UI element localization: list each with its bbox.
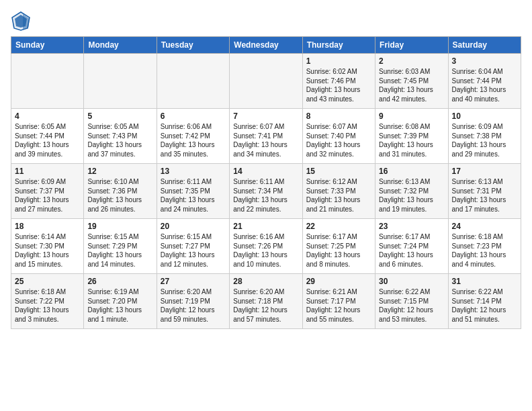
day-content: Sunrise: 6:21 AM Sunset: 7:17 PM Dayligh…	[306, 287, 371, 324]
day-number: 22	[306, 222, 371, 231]
day-content: Sunrise: 6:05 AM Sunset: 7:43 PM Dayligh…	[87, 122, 152, 158]
day-content: Sunrise: 6:14 AM Sunset: 7:30 PM Dayligh…	[15, 232, 80, 269]
day-number: 21	[233, 222, 298, 231]
day-content: Sunrise: 6:20 AM Sunset: 7:19 PM Dayligh…	[161, 287, 226, 324]
day-number: 9	[379, 111, 444, 121]
calendar-cell	[11, 54, 84, 109]
day-content: Sunrise: 6:17 AM Sunset: 7:25 PM Dayligh…	[306, 232, 371, 269]
day-content: Sunrise: 6:05 AM Sunset: 7:44 PM Dayligh…	[15, 122, 80, 158]
day-number: 7	[233, 111, 298, 121]
day-content: Sunrise: 6:18 AM Sunset: 7:23 PM Dayligh…	[452, 232, 517, 269]
day-content: Sunrise: 6:08 AM Sunset: 7:39 PM Dayligh…	[379, 122, 444, 158]
calendar-cell: 5Sunrise: 6:05 AM Sunset: 7:43 PM Daylig…	[84, 109, 157, 164]
day-number: 24	[452, 222, 517, 231]
day-header-sunday: Sunday	[11, 37, 84, 54]
day-content: Sunrise: 6:02 AM Sunset: 7:46 PM Dayligh…	[306, 67, 371, 103]
calendar-cell: 26Sunrise: 6:19 AM Sunset: 7:20 PM Dayli…	[84, 274, 157, 329]
day-content: Sunrise: 6:17 AM Sunset: 7:24 PM Dayligh…	[379, 232, 444, 269]
day-content: Sunrise: 6:19 AM Sunset: 7:20 PM Dayligh…	[87, 287, 152, 324]
calendar-cell: 4Sunrise: 6:05 AM Sunset: 7:44 PM Daylig…	[11, 109, 84, 164]
day-content: Sunrise: 6:09 AM Sunset: 7:37 PM Dayligh…	[15, 177, 80, 214]
day-content: Sunrise: 6:09 AM Sunset: 7:38 PM Dayligh…	[452, 122, 517, 158]
day-content: Sunrise: 6:04 AM Sunset: 7:44 PM Dayligh…	[452, 67, 517, 103]
day-number: 17	[452, 167, 517, 176]
calendar-header-row: SundayMondayTuesdayWednesdayThursdayFrid…	[11, 37, 521, 54]
calendar-cell: 10Sunrise: 6:09 AM Sunset: 7:38 PM Dayli…	[448, 109, 521, 164]
page-header	[11, 11, 521, 31]
calendar-cell	[230, 54, 302, 109]
day-content: Sunrise: 6:07 AM Sunset: 7:40 PM Dayligh…	[306, 122, 371, 158]
calendar-week-row: 25Sunrise: 6:18 AM Sunset: 7:22 PM Dayli…	[11, 274, 521, 329]
day-number: 23	[379, 222, 444, 231]
day-number: 28	[233, 277, 298, 286]
calendar-cell: 19Sunrise: 6:15 AM Sunset: 7:29 PM Dayli…	[84, 219, 157, 274]
calendar-cell: 14Sunrise: 6:11 AM Sunset: 7:34 PM Dayli…	[230, 164, 302, 219]
day-number: 13	[161, 167, 226, 176]
calendar-week-row: 1Sunrise: 6:02 AM Sunset: 7:46 PM Daylig…	[11, 54, 521, 109]
day-content: Sunrise: 6:07 AM Sunset: 7:41 PM Dayligh…	[233, 122, 298, 158]
calendar-cell: 28Sunrise: 6:20 AM Sunset: 7:18 PM Dayli…	[230, 274, 302, 329]
day-content: Sunrise: 6:11 AM Sunset: 7:34 PM Dayligh…	[233, 177, 298, 214]
day-number: 30	[379, 277, 444, 286]
calendar-cell: 8Sunrise: 6:07 AM Sunset: 7:40 PM Daylig…	[302, 109, 375, 164]
calendar-cell: 13Sunrise: 6:11 AM Sunset: 7:35 PM Dayli…	[157, 164, 229, 219]
day-number: 29	[306, 277, 371, 286]
calendar-cell: 25Sunrise: 6:18 AM Sunset: 7:22 PM Dayli…	[11, 274, 84, 329]
day-number: 19	[87, 222, 152, 231]
calendar-week-row: 11Sunrise: 6:09 AM Sunset: 7:37 PM Dayli…	[11, 164, 521, 219]
day-number: 11	[15, 167, 80, 176]
logo	[11, 11, 34, 31]
calendar-week-row: 4Sunrise: 6:05 AM Sunset: 7:44 PM Daylig…	[11, 109, 521, 164]
day-header-tuesday: Tuesday	[157, 37, 229, 54]
calendar-cell: 7Sunrise: 6:07 AM Sunset: 7:41 PM Daylig…	[230, 109, 302, 164]
day-content: Sunrise: 6:18 AM Sunset: 7:22 PM Dayligh…	[15, 287, 80, 324]
calendar-cell	[157, 54, 229, 109]
day-number: 20	[161, 222, 226, 231]
calendar-cell: 31Sunrise: 6:22 AM Sunset: 7:14 PM Dayli…	[448, 274, 521, 329]
calendar-cell: 16Sunrise: 6:13 AM Sunset: 7:32 PM Dayli…	[375, 164, 448, 219]
day-content: Sunrise: 6:20 AM Sunset: 7:18 PM Dayligh…	[233, 287, 298, 324]
day-number: 15	[306, 167, 371, 176]
day-content: Sunrise: 6:03 AM Sunset: 7:45 PM Dayligh…	[379, 67, 444, 103]
day-header-thursday: Thursday	[302, 37, 375, 54]
day-content: Sunrise: 6:13 AM Sunset: 7:32 PM Dayligh…	[379, 177, 444, 214]
day-number: 1	[306, 56, 371, 66]
day-content: Sunrise: 6:10 AM Sunset: 7:36 PM Dayligh…	[87, 177, 152, 214]
day-header-friday: Friday	[375, 37, 448, 54]
day-content: Sunrise: 6:11 AM Sunset: 7:35 PM Dayligh…	[161, 177, 226, 214]
calendar-cell: 18Sunrise: 6:14 AM Sunset: 7:30 PM Dayli…	[11, 219, 84, 274]
calendar-cell: 29Sunrise: 6:21 AM Sunset: 7:17 PM Dayli…	[302, 274, 375, 329]
calendar-cell: 21Sunrise: 6:16 AM Sunset: 7:26 PM Dayli…	[230, 219, 302, 274]
day-content: Sunrise: 6:12 AM Sunset: 7:33 PM Dayligh…	[306, 177, 371, 214]
day-number: 31	[452, 277, 517, 286]
calendar-cell: 9Sunrise: 6:08 AM Sunset: 7:39 PM Daylig…	[375, 109, 448, 164]
day-number: 4	[15, 111, 80, 121]
calendar-cell: 2Sunrise: 6:03 AM Sunset: 7:45 PM Daylig…	[375, 54, 448, 109]
calendar-cell: 3Sunrise: 6:04 AM Sunset: 7:44 PM Daylig…	[448, 54, 521, 109]
day-number: 10	[452, 111, 517, 121]
day-number: 26	[87, 277, 152, 286]
day-number: 12	[87, 167, 152, 176]
calendar-cell: 11Sunrise: 6:09 AM Sunset: 7:37 PM Dayli…	[11, 164, 84, 219]
day-number: 16	[379, 167, 444, 176]
day-content: Sunrise: 6:22 AM Sunset: 7:14 PM Dayligh…	[452, 287, 517, 324]
day-number: 14	[233, 167, 298, 176]
day-content: Sunrise: 6:15 AM Sunset: 7:29 PM Dayligh…	[87, 232, 152, 269]
day-content: Sunrise: 6:16 AM Sunset: 7:26 PM Dayligh…	[233, 232, 298, 269]
calendar-week-row: 18Sunrise: 6:14 AM Sunset: 7:30 PM Dayli…	[11, 219, 521, 274]
day-content: Sunrise: 6:13 AM Sunset: 7:31 PM Dayligh…	[452, 177, 517, 214]
calendar-cell: 23Sunrise: 6:17 AM Sunset: 7:24 PM Dayli…	[375, 219, 448, 274]
calendar-cell: 12Sunrise: 6:10 AM Sunset: 7:36 PM Dayli…	[84, 164, 157, 219]
calendar-cell: 24Sunrise: 6:18 AM Sunset: 7:23 PM Dayli…	[448, 219, 521, 274]
day-content: Sunrise: 6:15 AM Sunset: 7:27 PM Dayligh…	[161, 232, 226, 269]
calendar-cell: 30Sunrise: 6:22 AM Sunset: 7:15 PM Dayli…	[375, 274, 448, 329]
day-header-wednesday: Wednesday	[230, 37, 302, 54]
day-content: Sunrise: 6:22 AM Sunset: 7:15 PM Dayligh…	[379, 287, 444, 324]
day-number: 25	[15, 277, 80, 286]
calendar-cell: 20Sunrise: 6:15 AM Sunset: 7:27 PM Dayli…	[157, 219, 229, 274]
day-number: 6	[161, 111, 226, 121]
day-content: Sunrise: 6:06 AM Sunset: 7:42 PM Dayligh…	[161, 122, 226, 158]
calendar-cell: 27Sunrise: 6:20 AM Sunset: 7:19 PM Dayli…	[157, 274, 229, 329]
day-number: 5	[87, 111, 152, 121]
day-header-monday: Monday	[84, 37, 157, 54]
